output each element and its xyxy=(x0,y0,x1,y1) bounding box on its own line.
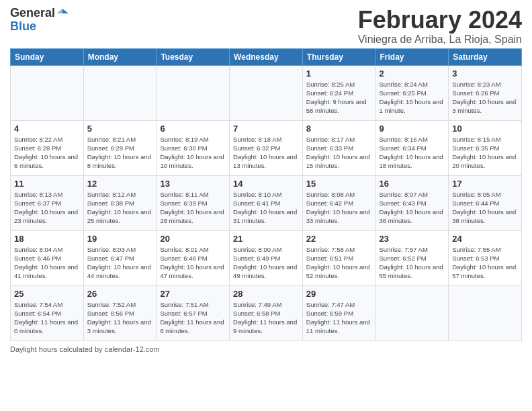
cell-info: Sunrise: 8:08 AM Sunset: 6:42 PM Dayligh… xyxy=(306,190,372,226)
day-number: 27 xyxy=(160,289,226,299)
cell-5-4: 28Sunrise: 7:49 AM Sunset: 6:58 PM Dayli… xyxy=(230,285,303,340)
day-number: 20 xyxy=(160,234,226,244)
cell-info: Sunrise: 7:54 AM Sunset: 6:54 PM Dayligh… xyxy=(14,300,80,336)
cell-info: Sunrise: 8:19 AM Sunset: 6:30 PM Dayligh… xyxy=(160,135,226,171)
day-number: 22 xyxy=(306,234,372,244)
day-number: 4 xyxy=(14,124,80,134)
cell-5-3: 27Sunrise: 7:51 AM Sunset: 6:57 PM Dayli… xyxy=(157,285,230,340)
cell-2-1: 4Sunrise: 8:22 AM Sunset: 6:28 PM Daylig… xyxy=(11,120,84,175)
cell-5-7 xyxy=(449,285,522,340)
footer-label: Daylight hours xyxy=(10,345,57,353)
day-number: 18 xyxy=(14,234,80,244)
cell-info: Sunrise: 8:11 AM Sunset: 6:39 PM Dayligh… xyxy=(160,190,226,226)
week-row-2: 4Sunrise: 8:22 AM Sunset: 6:28 PM Daylig… xyxy=(11,120,522,175)
day-number: 11 xyxy=(14,179,80,189)
cell-2-7: 10Sunrise: 8:15 AM Sunset: 6:35 PM Dayli… xyxy=(449,120,522,175)
cell-5-6 xyxy=(375,285,449,340)
cell-info: Sunrise: 7:58 AM Sunset: 6:51 PM Dayligh… xyxy=(306,245,372,281)
day-number: 24 xyxy=(452,234,518,244)
page: General Blue February 2024 Viniegra de A… xyxy=(0,0,532,360)
cell-info: Sunrise: 8:05 AM Sunset: 6:44 PM Dayligh… xyxy=(452,190,518,226)
week-row-5: 25Sunrise: 7:54 AM Sunset: 6:54 PM Dayli… xyxy=(11,285,522,340)
day-number: 25 xyxy=(14,289,80,299)
cell-info: Sunrise: 7:55 AM Sunset: 6:53 PM Dayligh… xyxy=(452,245,518,281)
day-number: 23 xyxy=(380,234,445,244)
cell-info: Sunrise: 8:10 AM Sunset: 6:41 PM Dayligh… xyxy=(233,190,299,226)
cell-info: Sunrise: 8:04 AM Sunset: 6:46 PM Dayligh… xyxy=(14,245,80,281)
cell-4-2: 19Sunrise: 8:03 AM Sunset: 6:47 PM Dayli… xyxy=(83,230,157,285)
cell-4-4: 21Sunrise: 8:00 AM Sunset: 6:49 PM Dayli… xyxy=(230,230,303,285)
cell-info: Sunrise: 8:17 AM Sunset: 6:33 PM Dayligh… xyxy=(306,135,372,171)
cell-4-7: 24Sunrise: 7:55 AM Sunset: 6:53 PM Dayli… xyxy=(449,230,522,285)
day-number: 16 xyxy=(380,179,445,189)
col-header-saturday: Saturday xyxy=(449,48,522,65)
day-number: 2 xyxy=(380,68,445,79)
cell-info: Sunrise: 8:18 AM Sunset: 6:32 PM Dayligh… xyxy=(233,135,299,171)
col-header-tuesday: Tuesday xyxy=(157,48,230,65)
day-number: 15 xyxy=(306,179,372,189)
title-block: February 2024 Viniegra de Arriba, La Rio… xyxy=(358,7,522,46)
day-number: 5 xyxy=(87,124,153,134)
cell-2-6: 9Sunrise: 8:16 AM Sunset: 6:34 PM Daylig… xyxy=(375,120,449,175)
logo-blue: Blue xyxy=(10,20,36,34)
day-number: 3 xyxy=(452,68,518,79)
cell-info: Sunrise: 7:51 AM Sunset: 6:57 PM Dayligh… xyxy=(160,300,226,336)
week-row-1: 1Sunrise: 8:25 AM Sunset: 6:24 PM Daylig… xyxy=(11,65,522,120)
cell-3-6: 16Sunrise: 8:07 AM Sunset: 6:43 PM Dayli… xyxy=(375,175,449,230)
cell-3-5: 15Sunrise: 8:08 AM Sunset: 6:42 PM Dayli… xyxy=(302,175,375,230)
day-number: 19 xyxy=(87,234,153,244)
footer: Daylight hours calculated by calendar-12… xyxy=(10,345,522,353)
cell-info: Sunrise: 8:01 AM Sunset: 6:48 PM Dayligh… xyxy=(160,245,226,281)
svg-marker-1 xyxy=(56,9,62,13)
cell-3-7: 17Sunrise: 8:05 AM Sunset: 6:44 PM Dayli… xyxy=(449,175,522,230)
cell-4-3: 20Sunrise: 8:01 AM Sunset: 6:48 PM Dayli… xyxy=(157,230,230,285)
cell-4-5: 22Sunrise: 7:58 AM Sunset: 6:51 PM Dayli… xyxy=(302,230,375,285)
logo: General Blue xyxy=(10,7,69,34)
day-number: 17 xyxy=(452,179,518,189)
cell-info: Sunrise: 7:47 AM Sunset: 6:59 PM Dayligh… xyxy=(306,300,372,336)
cell-1-7: 3Sunrise: 8:23 AM Sunset: 6:26 PM Daylig… xyxy=(449,65,522,120)
cell-info: Sunrise: 8:25 AM Sunset: 6:24 PM Dayligh… xyxy=(306,80,372,116)
day-number: 12 xyxy=(87,179,153,189)
header: General Blue February 2024 Viniegra de A… xyxy=(10,7,522,46)
calendar-table: SundayMondayTuesdayWednesdayThursdayFrid… xyxy=(10,48,522,341)
cell-4-1: 18Sunrise: 8:04 AM Sunset: 6:46 PM Dayli… xyxy=(11,230,84,285)
cell-info: Sunrise: 8:24 AM Sunset: 6:25 PM Dayligh… xyxy=(380,80,445,116)
col-header-sunday: Sunday xyxy=(11,48,84,65)
cell-1-6: 2Sunrise: 8:24 AM Sunset: 6:25 PM Daylig… xyxy=(375,65,449,120)
cell-3-3: 13Sunrise: 8:11 AM Sunset: 6:39 PM Dayli… xyxy=(157,175,230,230)
cell-info: Sunrise: 7:49 AM Sunset: 6:58 PM Dayligh… xyxy=(233,300,299,336)
day-number: 28 xyxy=(233,289,299,299)
cell-2-3: 6Sunrise: 8:19 AM Sunset: 6:30 PM Daylig… xyxy=(157,120,230,175)
cell-info: Sunrise: 7:52 AM Sunset: 6:56 PM Dayligh… xyxy=(87,300,153,336)
cell-5-1: 25Sunrise: 7:54 AM Sunset: 6:54 PM Dayli… xyxy=(11,285,84,340)
col-header-thursday: Thursday xyxy=(302,48,375,65)
cell-4-6: 23Sunrise: 7:57 AM Sunset: 6:52 PM Dayli… xyxy=(375,230,449,285)
day-number: 21 xyxy=(233,234,299,244)
day-number: 7 xyxy=(233,124,299,134)
cell-1-4 xyxy=(230,65,303,120)
footer-info: calculated by calendar-12.com xyxy=(59,345,159,353)
cell-info: Sunrise: 8:13 AM Sunset: 6:37 PM Dayligh… xyxy=(14,190,80,226)
cell-info: Sunrise: 8:21 AM Sunset: 6:29 PM Dayligh… xyxy=(87,135,153,171)
cell-3-4: 14Sunrise: 8:10 AM Sunset: 6:41 PM Dayli… xyxy=(230,175,303,230)
cell-1-1 xyxy=(11,65,84,120)
cell-info: Sunrise: 8:16 AM Sunset: 6:34 PM Dayligh… xyxy=(380,135,445,171)
cell-1-3 xyxy=(157,65,230,120)
cell-info: Sunrise: 8:15 AM Sunset: 6:35 PM Dayligh… xyxy=(452,135,518,171)
day-number: 14 xyxy=(233,179,299,189)
day-number: 8 xyxy=(306,124,372,134)
week-row-4: 18Sunrise: 8:04 AM Sunset: 6:46 PM Dayli… xyxy=(11,230,522,285)
cell-info: Sunrise: 8:12 AM Sunset: 6:38 PM Dayligh… xyxy=(87,190,153,226)
day-number: 10 xyxy=(452,124,518,134)
cell-info: Sunrise: 8:00 AM Sunset: 6:49 PM Dayligh… xyxy=(233,245,299,281)
day-number: 13 xyxy=(160,179,226,189)
cell-2-2: 5Sunrise: 8:21 AM Sunset: 6:29 PM Daylig… xyxy=(83,120,157,175)
cell-1-2 xyxy=(83,65,157,120)
col-header-monday: Monday xyxy=(83,48,157,65)
day-number: 6 xyxy=(160,124,226,134)
cell-2-5: 8Sunrise: 8:17 AM Sunset: 6:33 PM Daylig… xyxy=(302,120,375,175)
cell-info: Sunrise: 7:57 AM Sunset: 6:52 PM Dayligh… xyxy=(380,245,445,281)
subtitle: Viniegra de Arriba, La Rioja, Spain xyxy=(358,34,522,46)
week-row-3: 11Sunrise: 8:13 AM Sunset: 6:37 PM Dayli… xyxy=(11,175,522,230)
